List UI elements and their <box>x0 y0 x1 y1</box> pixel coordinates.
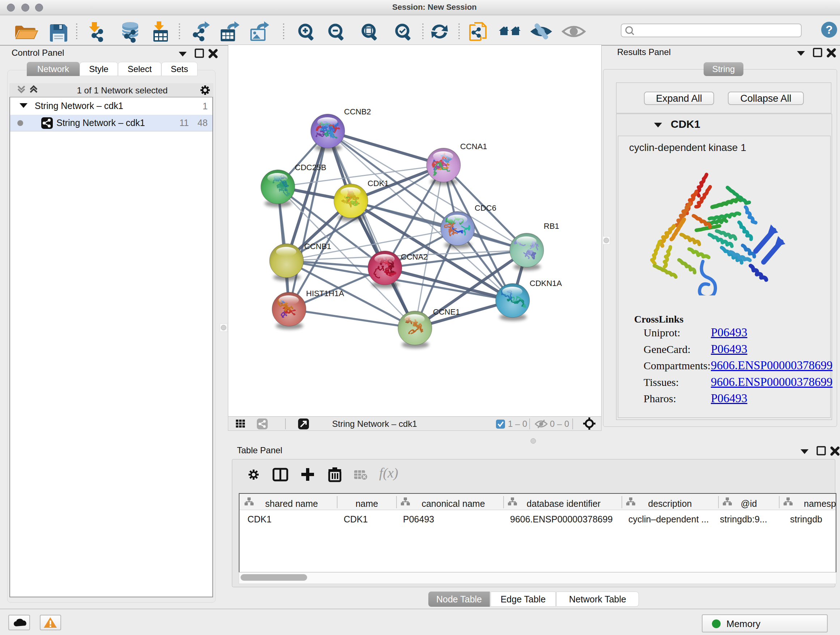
svg-text:shared name: shared name <box>265 499 318 509</box>
svg-text:CCNE1: CCNE1 <box>433 307 460 317</box>
svg-text:canonical name: canonical name <box>422 499 485 509</box>
svg-text:f(x): f(x) <box>379 465 398 481</box>
svg-text:@id: @id <box>741 499 757 509</box>
svg-text:String Network – cdk1: String Network – cdk1 <box>332 419 417 429</box>
svg-text:CDC25B: CDC25B <box>295 163 326 172</box>
svg-text:CCNB2: CCNB2 <box>344 107 371 116</box>
svg-text:namespace: namespace <box>804 499 836 509</box>
svg-text:HIST1H1A: HIST1H1A <box>306 289 344 298</box>
svg-text:CDK1: CDK1 <box>248 514 272 524</box>
svg-text:CCNA1: CCNA1 <box>460 142 487 151</box>
svg-text:0 – 0: 0 – 0 <box>550 419 569 429</box>
svg-text:database identifier: database identifier <box>527 499 600 509</box>
svg-text:name: name <box>355 499 378 509</box>
svg-text:cyclin–dependent ...: cyclin–dependent ... <box>628 514 709 524</box>
svg-text:RB1: RB1 <box>544 222 559 231</box>
svg-text:stringdb: stringdb <box>790 514 822 524</box>
svg-text:P06493: P06493 <box>403 514 434 524</box>
svg-text:CCNA2: CCNA2 <box>401 252 428 261</box>
svg-text:CDK1: CDK1 <box>368 179 389 188</box>
svg-text:9606.ENSP00000378699: 9606.ENSP00000378699 <box>510 514 613 524</box>
svg-text:CDKN1A: CDKN1A <box>530 279 562 288</box>
svg-text:?: ? <box>826 23 833 36</box>
svg-text:CDK1: CDK1 <box>344 514 368 524</box>
svg-text:1 – 0: 1 – 0 <box>508 419 527 429</box>
svg-text:stringdb:9...: stringdb:9... <box>720 514 767 524</box>
svg-text:CDC6: CDC6 <box>475 203 496 212</box>
svg-text:CCNB1: CCNB1 <box>304 242 332 251</box>
svg-text:description: description <box>648 499 692 509</box>
